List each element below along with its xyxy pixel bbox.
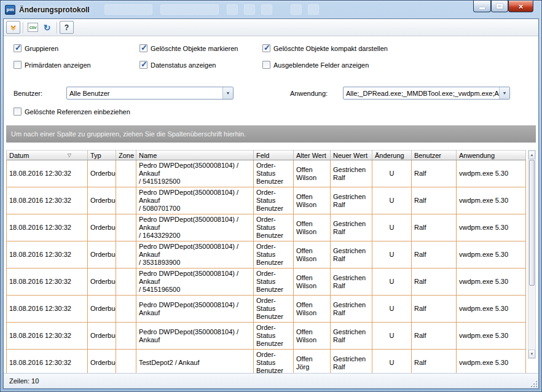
column-label: Datum [9,152,29,159]
maximize-button[interactable] [491,1,508,12]
cell-zone [116,160,136,187]
referenzen-row: Gelöschte Referenzen einbeziehen [14,108,538,116]
cell-anwendung: vwdpm.exe 5.30 [457,160,526,187]
column-header-typ[interactable]: Typ [88,151,116,160]
table-row[interactable]: 18.08.2016 12:30:32 Orderbuch Pedro DWPD… [7,296,526,323]
help-icon: ? [65,24,69,31]
close-icon: × [519,2,524,10]
anwendung-label: Anwendung: [290,90,343,97]
main-panel: Gruppieren Gelöschte Objekte markieren G… [4,36,538,373]
table-row[interactable]: 18.08.2016 12:30:32 Orderbuch Pedro DWPD… [7,214,526,241]
vertical-scrollbar[interactable]: ▲ ▼ [528,150,536,359]
cell-benutzer: Ralf [412,160,457,187]
column-header-feld[interactable]: Feld [254,151,294,160]
table-row[interactable]: 18.08.2016 12:30:32 Orderbuch Pedro DWPD… [7,323,526,350]
checkbox-gruppieren[interactable]: Gruppieren [14,44,139,52]
help-button[interactable]: ? [60,21,74,34]
resize-grip[interactable] [530,380,537,387]
cell-neuer-wert: Gestrichen Ralf [331,160,372,187]
checkbox-box[interactable] [14,44,22,52]
changelog-table: Datum ▽ Typ Zone Name Feld Alter Wert Ne… [6,150,526,373]
toolbar-separator [23,22,23,33]
scroll-up-button[interactable]: ▲ [528,151,535,159]
checkbox-label: Gelöschte Referenzen einbeziehen [25,108,130,116]
column-header-aenderung[interactable]: Änderung [372,151,412,160]
anwendung-dropdown[interactable]: Alle;_DPRead.exe;_MMDBTool.exe;_vwdpm.ex… [343,87,510,100]
table-row[interactable]: 18.08.2016 12:30:32 Orderbuch Pedro DWPD… [7,269,526,296]
checkbox-box[interactable] [262,61,270,69]
titlebar-glass-reflection [104,4,152,15]
cell-name: Pedro DWPDepot(3500008104) / Ankauf / 16… [136,214,254,241]
checkbox-label: Gruppieren [25,45,58,52]
titlebar[interactable]: pm Änderungsprotokoll × [3,1,539,18]
cell-aenderung: U [372,269,412,296]
cell-aenderung: U [372,214,412,241]
app-icon: pm [5,5,15,15]
titlebar-glass-reflection [261,4,272,15]
column-label: Name [139,152,157,159]
group-by-drop-zone[interactable]: Um nach einer Spalte zu gruppieren, zieh… [6,125,536,143]
cell-alter-wert: Offen Wilson [294,160,331,187]
cell-alter-wert: Offen Wilson [294,296,331,323]
column-header-neuer-wert[interactable]: Neuer Wert [331,151,372,160]
benutzer-label: Benutzer: [14,90,66,97]
cell-anwendung: vwdpm.exe 5.30 [457,323,526,350]
titlebar-glass-reflection [227,4,238,15]
table-row[interactable]: 18.08.2016 12:30:32 Orderbuch Pedro DWPD… [7,160,526,187]
checkbox-geloeschte-objekte-markieren[interactable]: Gelöschte Objekte markieren [139,44,262,52]
cell-neuer-wert: Gestrichen Ralf [331,323,372,350]
cell-datum: 18.08.2016 12:30:32 [7,214,88,241]
minimize-button[interactable] [473,1,491,12]
cell-benutzer: Ralf [412,323,457,350]
checkbox-datenstatus-anzeigen[interactable]: Datenstatus anzeigen [139,61,262,69]
table-row[interactable]: 18.08.2016 12:30:32 Orderbuch TestDepot2… [7,350,526,374]
close-button[interactable]: × [508,1,533,12]
refresh-button[interactable]: ↻ [40,21,54,34]
benutzer-dropdown-value: Alle Benutzer [67,87,222,99]
checkbox-kompakt-darstellen[interactable]: Gelöschte Objekte kompakt darstellen [262,44,538,52]
column-header-name[interactable]: Name [136,151,254,160]
cell-benutzer: Ralf [412,187,457,214]
csv-export-button[interactable]: CSV [26,21,40,34]
benutzer-dropdown[interactable]: Alle Benutzer ▼ [66,87,234,100]
checkbox-box[interactable] [14,61,22,69]
checkbox-primaerdaten-anzeigen[interactable]: Primärdaten anzeigen [14,61,139,69]
cell-name: TestDepot2 / Ankauf [136,350,254,374]
table-row[interactable]: 18.08.2016 12:30:32 Orderbuch Pedro DWPD… [7,241,526,269]
checkbox-ausgeblendete-felder[interactable]: Ausgeblendete Felder anzeigen [262,61,538,69]
cell-typ: Orderbuch [88,187,116,214]
cell-feld: Order-Status Benutzer [254,350,294,374]
cell-neuer-wert: Gestrichen Ralf [331,187,372,214]
column-header-anwendung[interactable]: Anwendung [457,151,526,160]
checkbox-box[interactable] [139,44,147,52]
row-count-text: Zeilen: 10 [9,377,39,385]
collapse-options-button[interactable] [6,21,20,34]
column-header-datum[interactable]: Datum ▽ [7,151,88,160]
anwendung-dropdown-value: Alle;_DPRead.exe;_MMDBTool.exe;_vwdpm.ex… [344,87,499,99]
column-header-benutzer[interactable]: Benutzer [412,151,457,160]
titlebar-glass-reflection [160,4,219,15]
checkbox-box[interactable] [262,44,270,52]
column-label: Neuer Wert [333,152,367,159]
checkbox-box[interactable] [14,108,22,116]
cell-typ: Orderbuch [88,323,116,350]
table-row[interactable]: 18.08.2016 12:30:32 Orderbuch Pedro DWPD… [7,187,526,214]
cell-typ: Orderbuch [88,296,116,323]
cell-benutzer: Ralf [412,241,457,269]
column-header-zone[interactable]: Zone [116,151,136,160]
grid-region: Datum ▽ Typ Zone Name Feld Alter Wert Ne… [6,150,536,369]
scrollbar-thumb[interactable] [529,160,535,286]
checkbox-label: Ausgeblendete Felder anzeigen [273,61,369,69]
chevron-down-icon[interactable]: ▼ [499,87,509,99]
cell-datum: 18.08.2016 12:30:32 [7,323,88,350]
cell-anwendung: vwdpm.exe 5.30 [457,296,526,323]
window-controls: × [473,1,537,18]
cell-feld: Order-Status Benutzer [254,296,294,323]
column-header-alter-wert[interactable]: Alter Wert [294,151,331,160]
cell-benutzer: Ralf [412,350,457,374]
chevron-down-icon[interactable]: ▼ [222,87,233,99]
checkbox-geloeschte-referenzen[interactable]: Gelöschte Referenzen einbeziehen [14,108,538,116]
cell-typ: Orderbuch [88,269,116,296]
checkbox-box[interactable] [139,61,147,69]
scroll-down-button[interactable]: ▼ [528,350,535,358]
